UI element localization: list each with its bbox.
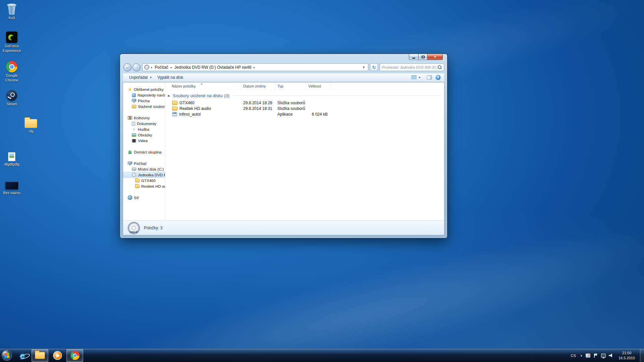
maximize-button[interactable] (418, 54, 428, 60)
desktop-icon-recycle-bin[interactable]: Koš (0, 2, 23, 20)
crumb-separator-icon: ▸ (171, 66, 172, 69)
desktop-icon-bez-nazvu[interactable]: Bez nazvu (0, 177, 23, 195)
search-icon[interactable] (437, 65, 442, 69)
sidebar-item-videos[interactable]: Videa (123, 138, 165, 143)
file-date: 29.8.2014 18:28 (241, 101, 275, 105)
close-icon: × (434, 55, 436, 59)
column-header-size[interactable]: Velikost (306, 82, 330, 89)
show-desktop-button[interactable] (640, 349, 644, 362)
file-row-realtek[interactable]: Realtek HD audio 29.8.2014 18:31 Složka … (165, 106, 444, 111)
desktop-icon-cfg[interactable]: cfg (19, 115, 43, 134)
back-button[interactable]: ← (123, 63, 131, 71)
show-hidden-icons-chevron[interactable]: ▲ (580, 354, 583, 357)
sidebar-item-homegroup[interactable]: Domácí skupina (123, 149, 165, 155)
sidebar-item-desktop[interactable]: Plocha (123, 98, 165, 104)
column-label: Typ (277, 84, 283, 88)
organize-button[interactable]: Uspořádat ▼ (126, 74, 155, 81)
clock[interactable]: 21:50 16.5.2015 (616, 351, 637, 360)
downloads-icon (132, 105, 136, 108)
sidebar-item-dvd-drive[interactable]: Jednotka DVD RW (D (123, 172, 165, 178)
videos-icon (132, 139, 136, 142)
desktop-icon-geforce-experience[interactable]: GeForce Experience (0, 30, 23, 53)
desktop-icon-label: Koš (0, 16, 23, 20)
folder-icon (172, 107, 177, 111)
views-icon (411, 75, 417, 80)
sidebar-item-realtek[interactable]: Realtek HD audio (123, 183, 165, 189)
desktop-icon-google-chrome[interactable]: Google Chrome (0, 60, 23, 83)
sidebar-label: Stažené soubory (138, 105, 165, 109)
sidebar-item-favorites[interactable]: Oblíbené položky (123, 86, 165, 92)
organize-label: Uspořádat (129, 75, 148, 80)
file-row-gtx460[interactable]: GTX460 29.8.2014 18:28 Složka souborů (165, 100, 444, 106)
homegroup-icon (128, 150, 132, 154)
close-button[interactable]: × (427, 54, 443, 60)
clock-date: 16.5.2015 (619, 356, 635, 360)
taskbar-item-media-player[interactable] (49, 349, 66, 362)
action-center-flag-icon[interactable] (593, 354, 598, 358)
language-indicator[interactable]: CS (570, 353, 577, 358)
file-type: Složka souborů (275, 106, 306, 111)
desktop-icon (132, 99, 136, 103)
toolbar-right: ▼ ? (409, 74, 441, 81)
sidebar-item-network[interactable]: Síť (123, 195, 165, 200)
start-button[interactable] (0, 349, 13, 362)
network-icon (128, 195, 132, 200)
caption-buttons: × (409, 54, 443, 60)
sidebar-item-documents[interactable]: Dokumenty (123, 121, 165, 126)
device-tray-icon[interactable] (586, 354, 590, 358)
network-tray-icon[interactable] (601, 354, 606, 358)
details-pane: DVD+R Položky: 3 (123, 220, 444, 235)
group-expander-icon[interactable] (167, 95, 170, 97)
sidebar-label: Knihovny (134, 116, 150, 120)
breadcrumb-item-current[interactable]: Jednotka DVD RW (D:) Ovladače HP xw46 (174, 65, 252, 70)
taskbar-item-windows-explorer[interactable] (32, 349, 48, 362)
column-header-name[interactable]: Název položky (165, 82, 241, 89)
sidebar-label: Realtek HD audio (141, 184, 165, 188)
sidebar-label: GTX460 (141, 179, 156, 183)
address-dropdown-icon[interactable]: ▼ (361, 66, 366, 69)
sidebar-item-pictures[interactable]: Obrázky (123, 132, 165, 138)
file-name: GTX460 (179, 101, 195, 105)
group-divider (233, 96, 441, 96)
volume-icon[interactable] (609, 354, 613, 358)
sidebar-item-computer[interactable]: Počítač (123, 161, 165, 166)
column-label: Velikost (308, 84, 321, 88)
application-icon (172, 112, 177, 116)
column-header-date-modified[interactable]: Datum změny (241, 82, 275, 89)
breadcrumb[interactable]: ▸ Počítač ▸ Jednotka DVD RW (D:) Ovladač… (142, 63, 368, 71)
desktop-icon-steam[interactable]: Steam (0, 88, 23, 107)
sidebar-item-recent[interactable]: Naposledy navštíven (123, 92, 165, 98)
preview-pane-button[interactable] (427, 75, 432, 79)
sidebar-item-local-disk-c[interactable]: Místní disk (C:) (123, 166, 165, 172)
star-icon (128, 87, 132, 92)
folder-icon (135, 185, 140, 188)
help-button[interactable]: ? (435, 75, 441, 80)
taskbar-item-google-chrome[interactable] (66, 349, 83, 362)
sidebar-item-gtx460[interactable]: GTX460 (123, 178, 165, 183)
burn-to-disc-button[interactable]: Vypálit na disk (155, 74, 186, 81)
refresh-button[interactable]: ↻ (370, 63, 378, 71)
column-header-type[interactable]: Typ (275, 82, 306, 89)
forward-button[interactable]: → (132, 63, 141, 71)
group-header[interactable]: Soubory uložené na disku (3) (165, 93, 444, 99)
crumb-separator-icon: ▸ (254, 66, 255, 69)
sidebar-item-downloads[interactable]: Stažené soubory (123, 104, 165, 109)
sidebar-label: Počítač (134, 162, 147, 166)
maximize-icon (422, 56, 425, 58)
taskbar-item-internet-explorer[interactable]: e (14, 349, 31, 362)
file-name: infinst_autol (179, 112, 201, 117)
group-title: Soubory uložené na disku (3) (173, 93, 229, 98)
minimize-button[interactable] (409, 54, 419, 60)
taskbar: e CS ▲ 21:50 16.5.2015 (0, 349, 644, 362)
folder-icon (172, 101, 177, 105)
search-input[interactable] (382, 65, 437, 69)
desktop-icon-label: Google Chrome (0, 73, 23, 83)
change-view-button[interactable]: ▼ (409, 74, 424, 81)
sidebar-item-libraries[interactable]: Knihovny (123, 115, 165, 121)
desktop-icon-dfgdfgdfg[interactable]: dfgdfgdfg (0, 148, 23, 167)
desktop-icon-label: GeForce Experience (0, 44, 23, 53)
file-row-infinst-autol[interactable]: infinst_autol Aplikace 6 024 kB (165, 111, 444, 117)
breadcrumb-item-computer[interactable]: Počítač (154, 65, 169, 70)
sidebar-item-music[interactable]: ♪ Hudba (123, 126, 165, 132)
sidebar-label: Videa (138, 139, 148, 143)
